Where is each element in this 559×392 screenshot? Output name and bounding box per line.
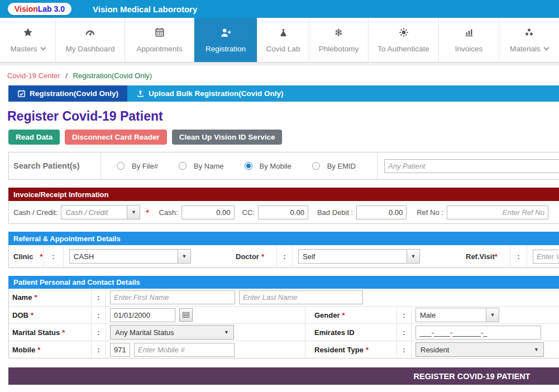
snowflake-icon: ❄ bbox=[335, 27, 343, 38]
required-asterisk: * bbox=[31, 311, 34, 319]
dropdown-arrow-icon[interactable]: ▼ bbox=[178, 250, 190, 263]
main-nav: Masters My Dashboard Appointments Regist… bbox=[0, 18, 559, 63]
dropdown-arrow-icon[interactable]: ▼ bbox=[127, 205, 140, 219]
resident-type-label: Resident Type* bbox=[305, 341, 397, 358]
gender-value: Male bbox=[416, 308, 486, 322]
cash-credit-select[interactable]: Cash / Credit ▼ bbox=[61, 205, 140, 219]
radio-circle[interactable] bbox=[312, 162, 320, 170]
resident-type-select[interactable]: Resident ▼ bbox=[415, 342, 544, 357]
dob-input[interactable] bbox=[110, 308, 175, 322]
doctor-label: Doctor* bbox=[231, 245, 277, 267]
marital-status-select[interactable]: Any Marital Status ▼ bbox=[110, 325, 234, 340]
read-data-button[interactable]: Read Data bbox=[8, 130, 60, 145]
cash-amount-input[interactable] bbox=[181, 205, 235, 219]
breadcrumb-current: Registration(Covid Only) bbox=[73, 71, 152, 80]
radio-by-mobile[interactable]: By Mobile bbox=[245, 162, 292, 170]
nav-tab-label: Registration bbox=[206, 45, 246, 53]
nav-tab-to-authenticate[interactable]: To Authenticate bbox=[369, 18, 439, 62]
colon: : bbox=[397, 307, 412, 323]
dropdown-arrow-icon[interactable]: ▼ bbox=[407, 250, 419, 263]
calendar-picker-button[interactable] bbox=[179, 308, 193, 322]
search-patients-label: Search Patient(s) bbox=[9, 152, 101, 179]
app-logo[interactable]: VisionLab 3.0 bbox=[8, 3, 71, 15]
nav-tab-invoices[interactable]: Invoices bbox=[439, 18, 499, 62]
action-buttons: Read Data Disconnect Card Reader Clean U… bbox=[8, 130, 559, 145]
colon: : bbox=[92, 324, 106, 341]
nav-tab-label: Invoices bbox=[455, 45, 483, 53]
radio-by-name[interactable]: By Name bbox=[179, 162, 223, 170]
dashboard-gauge-icon bbox=[85, 27, 95, 38]
cash-credit-label: Cash / Credit: bbox=[13, 208, 58, 217]
clinic-label: Clinic * bbox=[9, 245, 44, 267]
clinic-select[interactable]: CASH ▼ bbox=[69, 249, 191, 264]
register-covid-patient-button[interactable]: REGISTER COVID-19 PATIENT bbox=[8, 367, 559, 385]
person-add-icon bbox=[221, 27, 231, 38]
required-asterisk: * bbox=[342, 311, 345, 319]
dropdown-arrow-icon: ▼ bbox=[224, 329, 229, 335]
nav-tab-label: To Authenticate bbox=[378, 45, 429, 53]
doctor-select[interactable]: Self ▼ bbox=[298, 249, 420, 264]
bar-chart-icon bbox=[464, 27, 474, 38]
breadcrumb: Covid-19 Center / Registration(Covid Onl… bbox=[7, 71, 559, 80]
ref-visit-label: Ref.Visit* bbox=[460, 245, 510, 267]
colon: : bbox=[397, 341, 412, 358]
radio-circle[interactable] bbox=[117, 162, 125, 170]
colon: : bbox=[92, 289, 106, 306]
gender-select[interactable]: Male ▼ bbox=[415, 308, 499, 322]
radio-by-file[interactable]: By File# bbox=[117, 162, 158, 170]
cleanup-vision-id-button[interactable]: Clean Up Vision ID Service bbox=[172, 130, 283, 145]
name-row: Name* : bbox=[9, 289, 559, 306]
logo-lab-text: Lab bbox=[38, 4, 52, 13]
gender-label: Gender* bbox=[305, 307, 397, 323]
ref-no-label: Ref No : bbox=[417, 208, 443, 217]
patient-details-section: Patient Personal and Contact Details Nam… bbox=[8, 276, 559, 358]
emirates-id-input[interactable] bbox=[415, 326, 541, 340]
chevron-down-icon bbox=[543, 45, 549, 51]
nav-tab-appointments[interactable]: Appointments bbox=[125, 18, 194, 62]
nav-tab-registration[interactable]: Registration bbox=[194, 18, 257, 62]
top-bar: VisionLab 3.0 Vision Medical Laborotory bbox=[0, 0, 559, 18]
required-asterisk: * bbox=[37, 346, 40, 354]
nav-tab-my-dashboard[interactable]: My Dashboard bbox=[56, 18, 125, 62]
emirates-id-label: Emirates ID bbox=[305, 324, 397, 341]
mobile-number-input[interactable] bbox=[134, 343, 235, 357]
nav-tab-phlebotomy[interactable]: ❄ Phlebotomy bbox=[309, 18, 369, 62]
radio-by-emid[interactable]: By EMID bbox=[312, 162, 356, 170]
logo-vision-text: Vision bbox=[15, 4, 38, 13]
nav-tab-materials[interactable]: Materials bbox=[499, 18, 559, 62]
ref-no-input[interactable] bbox=[447, 205, 548, 219]
mobile-resident-row: Mobile* : Resident Type* : Resident ▼ bbox=[9, 341, 559, 358]
name-label: Name* bbox=[9, 289, 92, 306]
bad-debit-label: Bad Debit : bbox=[317, 208, 353, 217]
dropdown-arrow-icon[interactable]: ▼ bbox=[486, 308, 499, 322]
cash-label: Cash: bbox=[159, 208, 178, 217]
bad-debit-input[interactable] bbox=[356, 205, 407, 219]
nav-tab-covid-lab[interactable]: Covid Lab bbox=[257, 18, 309, 62]
disconnect-card-reader-button[interactable]: Disconnect Card Reader bbox=[65, 130, 167, 145]
search-patient-input[interactable] bbox=[384, 159, 559, 173]
nav-tab-label: Materials bbox=[510, 45, 541, 53]
dropdown-arrow-icon: ▼ bbox=[534, 347, 539, 352]
breadcrumb-parent-link[interactable]: Covid-19 Center bbox=[7, 71, 60, 80]
tab-upload-bulk-registration[interactable]: Upload Bulk Registration(Covid Only) bbox=[127, 85, 293, 102]
radio-circle-selected[interactable] bbox=[245, 162, 252, 170]
radio-circle[interactable] bbox=[179, 162, 187, 170]
colon: : bbox=[277, 245, 293, 267]
referral-appointment-section: Referral & Appointment Details Clinic * … bbox=[8, 232, 559, 268]
clinic-value: CASH bbox=[70, 250, 178, 263]
required-asterisk: * bbox=[62, 328, 65, 337]
mobile-country-code-input[interactable] bbox=[110, 343, 130, 357]
flask-icon bbox=[279, 27, 288, 38]
ref-visit-input[interactable] bbox=[533, 250, 559, 264]
first-name-input[interactable] bbox=[110, 290, 235, 304]
tab-registration-covid-only[interactable]: Registration(Covid Only) bbox=[8, 85, 127, 102]
nav-tab-masters[interactable]: Masters bbox=[0, 18, 56, 62]
patient-section-header: Patient Personal and Contact Details bbox=[8, 276, 559, 289]
required-asterisk: * bbox=[34, 293, 37, 302]
radio-label: By File# bbox=[132, 162, 158, 170]
search-mode-radio-group: By File# By Name By Mobile By EMID bbox=[101, 152, 378, 179]
cc-amount-input[interactable] bbox=[258, 205, 308, 219]
radio-label: By EMID bbox=[327, 162, 356, 170]
last-name-input[interactable] bbox=[239, 290, 363, 304]
nav-tab-label: Appointments bbox=[136, 45, 183, 53]
